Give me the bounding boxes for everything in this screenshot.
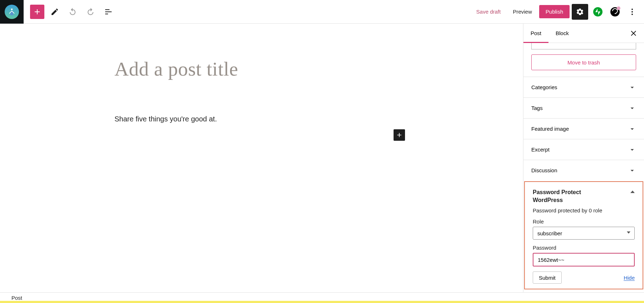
section-label: Excerpt (531, 146, 550, 153)
jetpack-icon (593, 7, 602, 16)
list-view-button[interactable] (101, 5, 116, 19)
submit-button[interactable]: Submit (533, 271, 562, 284)
section-discussion[interactable]: Discussion (523, 160, 644, 181)
svg-point-0 (11, 8, 13, 10)
post-title-input[interactable]: Add a post title (114, 58, 238, 80)
settings-sidebar: Post Block Move to trash Categories Tags… (523, 24, 644, 292)
insert-block-button[interactable] (394, 129, 405, 141)
jetpack-button[interactable] (590, 5, 605, 19)
settings-button[interactable] (572, 4, 588, 20)
section-excerpt[interactable]: Excerpt (523, 139, 644, 160)
preview-button[interactable]: Preview (508, 5, 537, 18)
tab-post[interactable]: Post (523, 24, 548, 43)
save-draft-button[interactable]: Save draft (471, 5, 506, 18)
tab-block[interactable]: Block (548, 24, 576, 43)
chevron-down-icon (628, 167, 636, 174)
sidebar-tabs: Post Block (523, 24, 644, 43)
section-label: Categories (531, 84, 557, 90)
password-label: Password (533, 245, 635, 251)
section-featured-image[interactable]: Featured image (523, 118, 644, 139)
section-label: Featured image (531, 126, 569, 132)
redo-button[interactable] (83, 5, 98, 19)
editor-canvas[interactable]: Add a post title Share five things you'r… (0, 24, 523, 292)
publish-button[interactable]: Publish (539, 5, 570, 18)
chevron-down-icon (628, 125, 636, 133)
site-logo[interactable] (0, 0, 24, 24)
password-protect-panel: Password Protect WordPress Password prot… (524, 181, 643, 289)
password-input[interactable] (533, 253, 635, 266)
section-tags[interactable]: Tags (523, 97, 644, 118)
help-button[interactable] (608, 5, 623, 19)
status-bar: Post (0, 292, 644, 303)
edit-tool-button[interactable] (47, 5, 62, 19)
svg-point-2 (631, 11, 633, 13)
post-body-prompt[interactable]: Share five things you're good at. (114, 115, 217, 123)
breadcrumb: Post (11, 295, 22, 301)
chevron-down-icon (628, 83, 636, 91)
chevron-down-icon (628, 146, 636, 154)
svg-point-3 (631, 14, 633, 15)
more-options-button[interactable] (625, 5, 640, 19)
top-toolbar: Save draft Preview Publish (0, 0, 644, 24)
collapse-up-icon[interactable] (630, 191, 635, 193)
help-icon (610, 7, 620, 16)
undo-button[interactable] (65, 5, 80, 19)
add-block-button[interactable] (30, 5, 44, 19)
section-label: Discussion (531, 167, 557, 173)
section-label: Tags (531, 105, 543, 111)
partial-panel-top (531, 43, 636, 49)
hide-link[interactable]: Hide (624, 275, 635, 281)
chevron-down-icon (628, 104, 636, 112)
panel-title: Password Protect WordPress (533, 188, 581, 204)
section-categories[interactable]: Categories (523, 77, 644, 97)
role-select[interactable]: subscriber (533, 227, 635, 240)
role-label: Role (533, 218, 635, 225)
svg-point-1 (631, 9, 633, 10)
protection-status: Password protected by 0 role (533, 207, 635, 213)
move-to-trash-button[interactable]: Move to trash (531, 54, 636, 70)
site-avatar (5, 5, 19, 19)
close-sidebar-button[interactable] (628, 27, 640, 40)
